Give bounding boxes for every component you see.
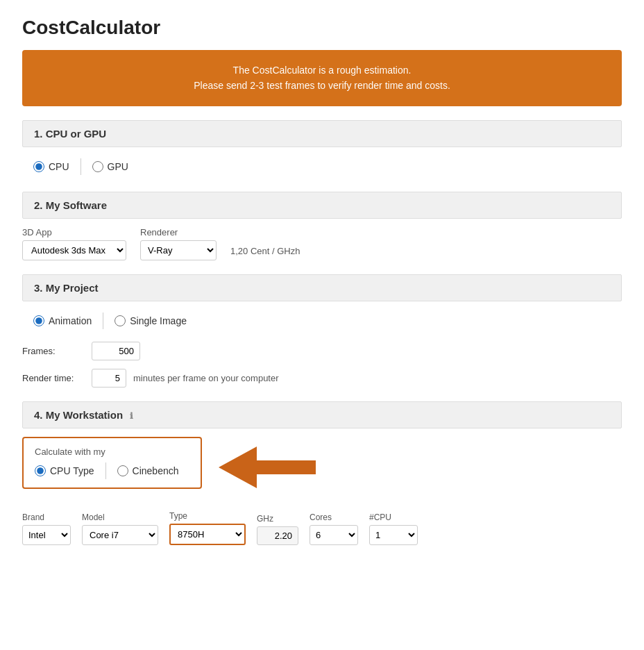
cpu-count-label: #CPU [369, 512, 418, 522]
section-project: 3. My Project Animation Single Image Fra… [22, 274, 622, 388]
cpu-gpu-radio-group: CPU GPU [22, 156, 622, 178]
section4-header-text: 4. My Workstation [34, 409, 123, 421]
radio-animation-input[interactable] [33, 315, 44, 326]
radio-cinebench-label: Cinebench [133, 465, 179, 476]
renderer-group: Renderer V-Ray Arnold Corona Redshift [140, 227, 217, 260]
arrow-svg [219, 443, 316, 492]
section1-header: 1. CPU or GPU [22, 120, 622, 147]
info-banner: The CostCalculator is a rough estimation… [22, 50, 622, 106]
radio-cinebench[interactable]: Cinebench [105, 462, 190, 479]
radio-gpu[interactable]: GPU [80, 158, 139, 175]
cores-label: Cores [310, 512, 358, 522]
model-select[interactable]: Core i7 Core i9 Core i5 Xeon [82, 525, 158, 545]
ghz-label: GHz [257, 514, 298, 524]
app-group: 3D App Autodesk 3ds Max Cinema 4D Blende… [22, 227, 126, 260]
radio-cpu-type-label: CPU Type [50, 465, 94, 476]
section-workstation: 4. My Workstation ℹ Calculate with my CP… [22, 401, 622, 545]
render-time-label: Render time: [22, 373, 85, 383]
banner-line2: Please send 2-3 test frames to verify re… [36, 78, 608, 93]
radio-cinebench-input[interactable] [117, 465, 128, 476]
radio-gpu-input[interactable] [92, 161, 103, 172]
project-radio-group: Animation Single Image [22, 310, 622, 332]
cores-group: Cores 6 4 8 12 [310, 512, 358, 545]
radio-animation[interactable]: Animation [22, 312, 103, 329]
radio-cpu-type-input[interactable] [35, 465, 46, 476]
svg-marker-0 [219, 447, 316, 488]
brand-label: Brand [22, 512, 71, 522]
cores-select[interactable]: 6 4 8 12 [310, 525, 358, 545]
arrow-indicator [219, 443, 316, 494]
radio-single-image[interactable]: Single Image [103, 312, 198, 329]
price-info: 1,20 Cent / GHzh [230, 246, 300, 260]
brand-select[interactable]: Intel AMD [22, 525, 71, 545]
cpu-count-group: #CPU 1 2 3 4 [369, 512, 418, 545]
app-select[interactable]: Autodesk 3ds Max Cinema 4D Blender Maya [22, 240, 126, 260]
software-form-row: 3D App Autodesk 3ds Max Cinema 4D Blende… [22, 227, 622, 260]
info-icon: ℹ [130, 411, 133, 421]
radio-cpu-type[interactable]: CPU Type [35, 462, 105, 479]
section4-header: 4. My Workstation ℹ [22, 401, 622, 428]
model-group: Model Core i7 Core i9 Core i5 Xeon [82, 512, 158, 545]
radio-single-image-label: Single Image [130, 315, 187, 326]
calc-label: Calculate with my [35, 447, 189, 457]
page-title: CostCalculator [22, 17, 622, 39]
frames-row: Frames: [22, 342, 622, 360]
ghz-input[interactable] [257, 526, 298, 545]
section-cpu-gpu: 1. CPU or GPU CPU GPU [22, 120, 622, 178]
section2-header: 2. My Software [22, 192, 622, 219]
type-select[interactable]: 8750H 9750H 10750H 7700HQ [169, 524, 246, 545]
calculate-with-box: Calculate with my CPU Type Cinebench [22, 437, 202, 489]
renderer-label: Renderer [140, 227, 217, 238]
radio-gpu-label: GPU [108, 161, 128, 172]
cpu-count-select[interactable]: 1 2 3 4 [369, 525, 418, 545]
frames-label: Frames: [22, 346, 85, 356]
render-time-suffix: minutes per frame on your computer [133, 373, 279, 383]
radio-cpu-input[interactable] [33, 161, 44, 172]
radio-animation-label: Animation [49, 315, 92, 326]
type-group: Type 8750H 9750H 10750H 7700HQ [169, 511, 246, 545]
render-time-input[interactable] [92, 369, 126, 388]
specs-row: Brand Intel AMD Model Core i7 Core i9 Co… [22, 511, 622, 545]
section3-header: 3. My Project [22, 274, 622, 301]
radio-cpu[interactable]: CPU [22, 158, 80, 175]
renderer-select[interactable]: V-Ray Arnold Corona Redshift [140, 240, 217, 260]
section-software: 2. My Software 3D App Autodesk 3ds Max C… [22, 192, 622, 260]
radio-single-image-input[interactable] [115, 315, 126, 326]
calc-radio-group: CPU Type Cinebench [35, 462, 189, 479]
radio-cpu-label: CPU [49, 161, 69, 172]
ghz-group: GHz [257, 514, 298, 545]
render-time-row: Render time: minutes per frame on your c… [22, 369, 622, 388]
banner-line1: The CostCalculator is a rough estimation… [36, 62, 608, 78]
brand-group: Brand Intel AMD [22, 512, 71, 545]
calculate-with-row: Calculate with my CPU Type Cinebench [22, 437, 622, 500]
type-label: Type [169, 511, 246, 521]
model-label: Model [82, 512, 158, 522]
frames-input[interactable] [92, 342, 140, 360]
app-label: 3D App [22, 227, 126, 238]
